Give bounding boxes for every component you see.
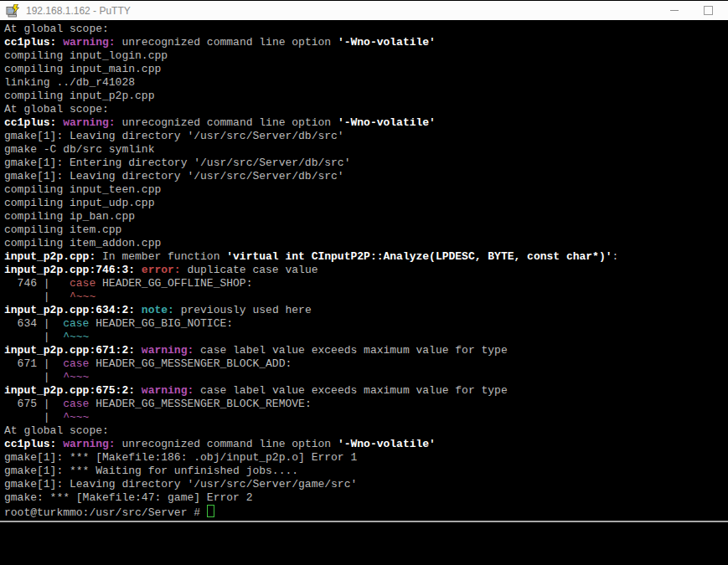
terminal-text-segment: warning: bbox=[142, 344, 194, 357]
terminal-text-segment: 746 | bbox=[4, 277, 70, 290]
putty-terminal-icon[interactable] bbox=[6, 4, 19, 18]
terminal-text-segment: warning: bbox=[63, 116, 115, 129]
terminal-line: input_p2p.cpp: In member function 'virtu… bbox=[4, 250, 728, 264]
terminal-text-segment: In member function bbox=[96, 250, 226, 263]
terminal-text-segment: | bbox=[4, 411, 63, 424]
terminal-text-segment: case bbox=[63, 317, 89, 330]
terminal-text-segment: compiling input_udp.cpp bbox=[4, 197, 154, 209]
terminal-line: cc1plus: warning: unrecognized command l… bbox=[4, 36, 728, 49]
terminal-line: 634 | case HEADER_GG_BIG_NOTICE: bbox=[4, 317, 728, 331]
terminal-line: cc1plus: warning: unrecognized command l… bbox=[4, 438, 728, 451]
terminal-line: gmake[1]: Entering directory '/usr/src/S… bbox=[4, 157, 728, 170]
terminal-line: 746 | case HEADER_GG_OFFLINE_SHOP: bbox=[4, 277, 728, 290]
terminal-text-segment: HEADER_GG_OFFLINE_SHOP: bbox=[96, 277, 252, 290]
terminal-line: gmake[1]: Leaving directory '/usr/src/Se… bbox=[4, 170, 728, 183]
terminal-line: compiling input_teen.cpp bbox=[4, 183, 728, 197]
terminal-text-segment: | bbox=[4, 331, 63, 343]
terminal-line: compiling input_login.cpp bbox=[4, 49, 728, 63]
terminal-text-segment: gmake -C db/src symlink bbox=[4, 143, 154, 156]
terminal-text-segment bbox=[135, 344, 142, 357]
terminal-text-segment: unrecognized command line option bbox=[116, 438, 338, 450]
terminal-text-segment: compiling ip_ban.cpp bbox=[4, 210, 135, 223]
terminal-line: input_p2p.cpp:634:2: note: previously us… bbox=[4, 304, 728, 317]
terminal-text-segment: note: bbox=[142, 304, 174, 316]
terminal-line: gmake -C db/src symlink bbox=[4, 143, 728, 157]
terminal-text-segment: compiling input_login.cpp bbox=[4, 49, 168, 62]
minimize-icon bbox=[670, 10, 679, 11]
window-title: 192.168.1.162 - PuTTY bbox=[26, 5, 131, 17]
terminal-text-segment: cc1plus: bbox=[4, 36, 56, 49]
terminal-text-segment: At global scope: bbox=[4, 23, 109, 35]
putty-window: 192.168.1.162 - PuTTY At global scope:cc… bbox=[0, 0, 728, 522]
terminal-text-segment: : bbox=[612, 250, 619, 263]
title-bar: 192.168.1.162 - PuTTY bbox=[0, 1, 728, 20]
terminal-text-segment: root@turkmmo:/usr/src/Server # bbox=[4, 506, 207, 519]
terminal-text-segment: case label value exceeds maximum value f… bbox=[194, 344, 507, 357]
terminal-text-segment: case bbox=[63, 357, 89, 370]
terminal-text-segment: | bbox=[4, 290, 70, 303]
terminal-line: compiling input_udp.cpp bbox=[4, 197, 728, 210]
terminal-line: cc1plus: warning: unrecognized command l… bbox=[4, 116, 728, 130]
terminal-text-segment: HEADER_GG_MESSENGER_BLOCK_REMOVE: bbox=[89, 398, 311, 410]
terminal-line: gmake[1]: *** Waiting for unfinished job… bbox=[4, 465, 728, 478]
terminal-text-segment: cc1plus: bbox=[4, 438, 56, 450]
terminal-text-segment: 671 | bbox=[4, 357, 63, 370]
terminal-text-segment: gmake[1]: Entering directory '/usr/src/S… bbox=[4, 157, 350, 169]
terminal-text-segment: input_p2p.cpp: bbox=[4, 250, 96, 263]
terminal-line: input_p2p.cpp:675:2: warning: case label… bbox=[4, 384, 728, 398]
terminal-line: compiling item.cpp bbox=[4, 223, 728, 237]
terminal-text-segment: ^~~~ bbox=[63, 411, 89, 424]
terminal-text-segment: At global scope: bbox=[4, 103, 109, 116]
window-controls bbox=[658, 1, 725, 20]
terminal-text-segment: gmake[1]: Leaving directory '/usr/src/Se… bbox=[4, 478, 357, 491]
terminal-text-segment: gmake[1]: *** [Makefile:186: .obj/input_… bbox=[4, 451, 357, 464]
terminal-text-segment: 675 | bbox=[4, 398, 63, 410]
terminal-text-segment: compiling input_p2p.cpp bbox=[4, 90, 154, 102]
terminal-line: input_p2p.cpp:746:3: error: duplicate ca… bbox=[4, 264, 728, 277]
terminal-text-segment: '-Wno-volatile' bbox=[338, 36, 436, 49]
terminal-text-segment: compiling item.cpp bbox=[4, 223, 121, 236]
terminal-text-segment: gmake[1]: Leaving directory '/usr/src/Se… bbox=[4, 170, 344, 182]
terminal-text-segment: '-Wno-volatile' bbox=[338, 438, 436, 450]
terminal-text-segment: gmake[1]: Leaving directory '/usr/src/Se… bbox=[4, 130, 344, 142]
terminal-text-segment: warning: bbox=[142, 384, 194, 397]
terminal-text-segment: unrecognized command line option bbox=[116, 116, 338, 129]
terminal-line: compiling item_addon.cpp bbox=[4, 237, 728, 250]
terminal-text-segment: | bbox=[4, 371, 63, 383]
terminal-text-segment: compiling item_addon.cpp bbox=[4, 237, 161, 249]
terminal-line: 671 | case HEADER_GG_MESSENGER_BLOCK_ADD… bbox=[4, 357, 728, 371]
terminal-text-segment: input_p2p.cpp:671:2: bbox=[4, 344, 135, 357]
terminal-text-segment: ^~~~ bbox=[70, 290, 96, 303]
terminal-line: | ^~~~ bbox=[4, 290, 728, 304]
terminal-line: compiling ip_ban.cpp bbox=[4, 210, 728, 223]
terminal-line: | ^~~~ bbox=[4, 371, 728, 384]
terminal-text-segment: case bbox=[63, 398, 89, 410]
terminal-text-segment bbox=[135, 264, 142, 276]
terminal-text-segment: input_p2p.cpp:675:2: bbox=[4, 384, 135, 397]
terminal-line: | ^~~~ bbox=[4, 331, 728, 344]
terminal-text-segment: input_p2p.cpp:634:2: bbox=[4, 304, 135, 316]
terminal-cursor bbox=[207, 505, 214, 517]
terminal-text-segment: warning: bbox=[63, 438, 115, 450]
terminal-line: At global scope: bbox=[4, 103, 728, 116]
terminal-text-segment: HEADER_GG_BIG_NOTICE: bbox=[89, 317, 233, 330]
terminal-text-segment: ^~~~ bbox=[63, 371, 89, 383]
terminal-text-segment bbox=[135, 384, 142, 397]
maximize-button[interactable] bbox=[691, 1, 725, 20]
terminal-line: At global scope: bbox=[4, 424, 728, 438]
terminal-text-segment: gmake: *** [Makefile:47: game] Error 2 bbox=[4, 491, 252, 504]
terminal-line: gmake[1]: Leaving directory '/usr/src/Se… bbox=[4, 478, 728, 491]
terminal-line: | ^~~~ bbox=[4, 411, 728, 424]
terminal-text-segment: compiling input_teen.cpp bbox=[4, 183, 161, 196]
minimize-button[interactable] bbox=[658, 1, 691, 20]
terminal-line: gmake[1]: *** [Makefile:186: .obj/input_… bbox=[4, 451, 728, 465]
terminal-output[interactable]: At global scope:cc1plus: warning: unreco… bbox=[0, 20, 728, 522]
terminal-text-segment: error: bbox=[142, 264, 181, 276]
terminal-line: compiling input_main.cpp bbox=[4, 63, 728, 76]
maximize-icon bbox=[704, 6, 713, 15]
terminal-text-segment: case label value exceeds maximum value f… bbox=[194, 384, 507, 397]
terminal-text-segment: input_p2p.cpp:746:3: bbox=[4, 264, 135, 276]
terminal-text-segment: warning: bbox=[63, 36, 115, 49]
terminal-text-segment: gmake[1]: *** Waiting for unfinished job… bbox=[4, 465, 298, 477]
terminal-text-segment: ^~~~ bbox=[63, 331, 89, 343]
